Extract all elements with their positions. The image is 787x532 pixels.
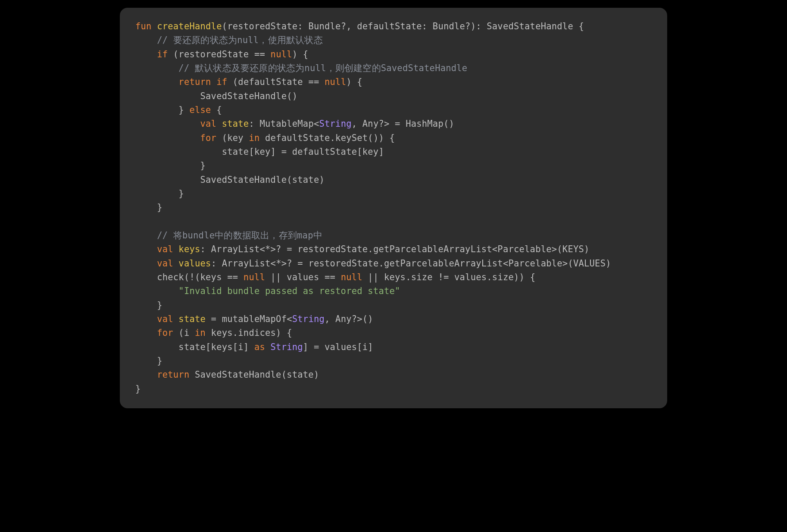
code-token: null bbox=[271, 49, 292, 59]
code-token bbox=[135, 314, 157, 324]
code-token: keys.indices) { bbox=[206, 328, 292, 338]
code-token: // 默认状态及要还原的状态为null，则创建空的SavedStateHandl… bbox=[178, 63, 467, 73]
code-token: null bbox=[341, 272, 362, 282]
code-token: else bbox=[189, 105, 211, 115]
code-token: } bbox=[135, 384, 141, 394]
code-token: String bbox=[271, 342, 303, 352]
code-token: state[key] = defaultState[key] bbox=[135, 147, 384, 157]
code-token: SavedStateHandle(state) bbox=[135, 175, 325, 185]
code-token: (defaultState bbox=[227, 77, 308, 87]
code-token bbox=[173, 244, 179, 254]
code-token: String bbox=[319, 119, 351, 129]
code-token bbox=[135, 286, 178, 296]
code-token: fun bbox=[135, 21, 152, 31]
code-token: val bbox=[157, 258, 173, 269]
code-token: (restoredState bbox=[168, 49, 254, 59]
code-token: values bbox=[178, 258, 211, 269]
code-token: keys bbox=[178, 244, 200, 254]
code-block: fun createHandle(restoredState: Bundle?,… bbox=[120, 8, 667, 408]
code-token bbox=[135, 244, 157, 254]
code-token: // 要还原的状态为null，使用默认状态 bbox=[157, 35, 323, 45]
code-token: (i bbox=[173, 328, 195, 338]
code-token bbox=[135, 63, 178, 73]
code-token: : ArrayList<*>? = restoredState.getParce… bbox=[200, 244, 590, 254]
code-token: (key bbox=[216, 133, 249, 143]
code-token: SavedStateHandle(state) bbox=[189, 369, 319, 380]
code-token: { bbox=[211, 105, 222, 115]
code-token bbox=[211, 77, 217, 87]
code-token: state bbox=[178, 314, 206, 324]
code-token: SavedStateHandle() bbox=[135, 91, 297, 101]
code-token bbox=[135, 328, 157, 338]
code-token: "Invalid bundle passed as restored state… bbox=[178, 286, 400, 296]
code-token: == bbox=[227, 272, 238, 282]
code-token: , Any?>() bbox=[325, 314, 373, 324]
code-token: state bbox=[222, 119, 249, 129]
code-token: } bbox=[135, 202, 162, 213]
code-token: , Any?> = HashMap() bbox=[352, 119, 454, 129]
code-token: val bbox=[200, 119, 217, 129]
code-token: values.size)) { bbox=[449, 272, 536, 282]
code-token bbox=[135, 119, 200, 129]
code-token: ) { bbox=[346, 77, 362, 87]
code-token: } bbox=[135, 356, 162, 366]
code-token bbox=[135, 77, 178, 87]
code-token: for bbox=[200, 133, 217, 143]
code-token: createHandle bbox=[157, 21, 222, 31]
code-token: return bbox=[157, 369, 189, 380]
code-token bbox=[173, 314, 179, 324]
code-token bbox=[135, 230, 157, 241]
code-token: check(!(keys bbox=[135, 272, 227, 282]
code-token bbox=[265, 342, 271, 352]
code-token: null bbox=[244, 272, 265, 282]
code-token: } bbox=[135, 160, 206, 171]
code-token bbox=[319, 77, 325, 87]
code-token bbox=[135, 49, 157, 59]
code-token: (restoredState: Bundle?, defaultState: B… bbox=[222, 21, 584, 31]
code-token bbox=[216, 119, 222, 129]
code-token: = mutableMapOf< bbox=[206, 314, 292, 324]
code-token: return bbox=[178, 77, 211, 87]
code-token: } bbox=[135, 300, 162, 310]
code-token: == bbox=[308, 77, 319, 87]
code-token bbox=[173, 258, 179, 269]
code-token: } bbox=[135, 188, 184, 199]
code-token: if bbox=[216, 77, 227, 87]
code-token: in bbox=[195, 328, 206, 338]
code-token bbox=[135, 258, 157, 269]
code-token: == bbox=[325, 272, 335, 282]
code-token: ) { bbox=[292, 49, 309, 59]
code-token bbox=[135, 133, 200, 143]
code-token: || values bbox=[265, 272, 325, 282]
code-token: } bbox=[135, 105, 189, 115]
code-token bbox=[135, 369, 157, 380]
code-token: : ArrayList<*>? = restoredState.getParce… bbox=[211, 258, 611, 269]
code-token: == bbox=[254, 49, 265, 59]
code-token bbox=[238, 272, 244, 282]
code-token bbox=[335, 272, 341, 282]
code-token bbox=[265, 49, 271, 59]
code-token: if bbox=[157, 49, 168, 59]
code-token: as bbox=[254, 342, 265, 352]
code-token: null bbox=[325, 77, 346, 87]
code-content: fun createHandle(restoredState: Bundle?,… bbox=[135, 21, 611, 394]
code-token: val bbox=[157, 314, 173, 324]
code-token: : MutableMap< bbox=[249, 119, 319, 129]
code-token: in bbox=[249, 133, 259, 143]
code-token: defaultState.keySet()) { bbox=[260, 133, 395, 143]
code-token: ] = values[i] bbox=[303, 342, 373, 352]
code-token: String bbox=[292, 314, 325, 324]
code-token: || keys.size bbox=[362, 272, 438, 282]
code-token bbox=[135, 35, 157, 45]
code-token: for bbox=[157, 328, 173, 338]
code-token: != bbox=[438, 272, 449, 282]
code-token: val bbox=[157, 244, 173, 254]
code-token: // 将bundle中的数据取出，存到map中 bbox=[157, 230, 322, 241]
code-token bbox=[152, 21, 157, 31]
code-token: state[keys[i] bbox=[135, 342, 254, 352]
